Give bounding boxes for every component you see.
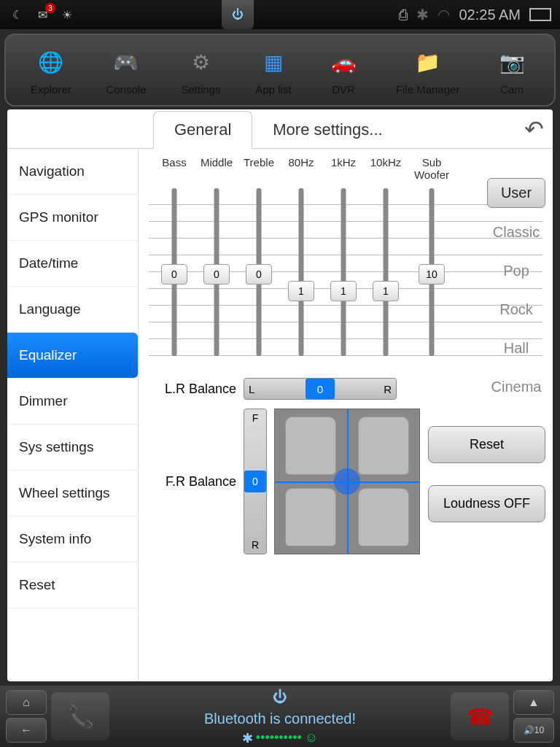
back-button[interactable]: ↶ (524, 115, 544, 143)
notification-icon[interactable]: ✉3 (34, 6, 51, 23)
loudness-button[interactable]: Loudness OFF (428, 485, 545, 522)
app-dock: 🌐Explorer 🎮Console ⚙Settings ▦App list 🚗… (4, 34, 556, 107)
back-nav-button[interactable]: ← (6, 718, 47, 743)
sidebar-wheel-settings[interactable]: Wheel settings (7, 471, 138, 516)
bottom-center: ⏻ Bluetooth is connected! ✱ •••••••••• ☺ (114, 687, 446, 746)
lr-thumb[interactable]: 0 (306, 379, 335, 399)
dock-applist[interactable]: ▦App list (255, 45, 291, 96)
preset-pop[interactable]: Pop (490, 257, 542, 285)
sidebar-sys-settings[interactable]: Sys settings (7, 425, 138, 471)
clock: 02:25 AM (459, 7, 521, 23)
eq-slider-1khz[interactable]: 1 (325, 188, 362, 356)
eq-slider-10khz[interactable]: 1 (368, 188, 404, 356)
bluetooth-icon: ✱ (416, 6, 429, 23)
volume-display[interactable]: 🔊 10 (513, 718, 554, 743)
settings-sidebar: Navigation GPS monitor Date/time Languag… (7, 149, 139, 681)
dock-settings[interactable]: ⚙Settings (181, 45, 220, 96)
dock-console[interactable]: 🎮Console (106, 45, 146, 96)
volume-up-button[interactable]: ▲ (513, 690, 554, 715)
brightness-icon[interactable]: ☀ (58, 6, 76, 23)
tab-general[interactable]: General (153, 111, 252, 149)
reset-button[interactable]: Reset (428, 426, 545, 463)
tabs-row: General More settings... ↶ (7, 109, 553, 149)
eq-presets: User Classic Pop Rock Hall Cinema (480, 178, 553, 401)
settings-panel: General More settings... ↶ Navigation GP… (7, 109, 553, 681)
moon-icon: ☾ (9, 6, 26, 23)
lr-balance-slider[interactable]: L 0 R (244, 378, 397, 400)
eq-slider-bass[interactable]: 0 (156, 188, 192, 356)
eq-slider-subwoofer[interactable]: 10 (410, 188, 454, 356)
preset-rock[interactable]: Rock (486, 295, 546, 324)
balance-seats-diagram[interactable] (274, 409, 420, 554)
bottom-power-icon[interactable]: ⏻ (265, 687, 295, 708)
balance-position-dot[interactable] (334, 468, 360, 495)
fr-thumb[interactable]: 0 (244, 471, 266, 492)
battery-icon (529, 8, 551, 21)
sidebar-dimmer[interactable]: Dimmer (7, 379, 138, 425)
preset-classic[interactable]: Classic (480, 218, 553, 247)
bottom-bar: ⌂ ← 📞 ⏻ Bluetooth is connected! ✱ ••••••… (0, 686, 560, 747)
dock-explorer[interactable]: 🌐Explorer (31, 45, 71, 96)
preset-user[interactable]: User (487, 178, 545, 208)
lr-balance-label: L.R Balance (149, 382, 236, 397)
sidebar-language[interactable]: Language (7, 287, 138, 333)
sidebar-reset[interactable]: Reset (7, 562, 138, 608)
bluetooth-status: Bluetooth is connected! (204, 711, 356, 727)
fr-balance-slider[interactable]: F 0 R (244, 409, 267, 554)
status-bar: ☾ ✉3 ☀ ⏻ ⎙ ✱ ◠ 02:25 AM (0, 0, 560, 29)
fr-balance-label: F.R Balance (149, 474, 236, 489)
sidebar-navigation[interactable]: Navigation (7, 149, 138, 195)
dock-dvr[interactable]: 🚗DVR (326, 45, 361, 96)
sidebar-date-time[interactable]: Date/time (7, 241, 138, 287)
usb-icon: ⎙ (399, 7, 408, 23)
eq-slider-80hz[interactable]: 1 (283, 188, 319, 356)
sidebar-system-info[interactable]: System info (7, 516, 138, 562)
eq-band-labels: BassMiddleTreble80Hz1kHz10kHzSub Woofer (149, 156, 542, 181)
eq-slider-treble[interactable]: 0 (241, 188, 277, 356)
call-answer-button[interactable]: 📞 (51, 692, 109, 740)
preset-hall[interactable]: Hall (491, 334, 542, 363)
call-end-button[interactable]: ☎ (451, 692, 509, 740)
equalizer-area: BassMiddleTreble80Hz1kHz10kHzSub Woofer … (139, 149, 553, 681)
sidebar-equalizer[interactable]: Equalizer (7, 333, 138, 379)
sidebar-gps-monitor[interactable]: GPS monitor (7, 195, 138, 241)
eq-slider-middle[interactable]: 0 (198, 188, 235, 356)
connection-indicator: ✱ •••••••••• ☺ (242, 730, 318, 746)
tab-more-settings[interactable]: More settings... (252, 112, 402, 148)
power-button[interactable]: ⏻ (222, 0, 254, 29)
preset-cinema[interactable]: Cinema (478, 373, 553, 401)
dock-cam[interactable]: 📷Cam (494, 45, 529, 96)
dock-filemanager[interactable]: 📁File Manager (396, 45, 460, 96)
wifi-icon: ◠ (438, 6, 450, 23)
home-button[interactable]: ⌂ (6, 690, 47, 715)
